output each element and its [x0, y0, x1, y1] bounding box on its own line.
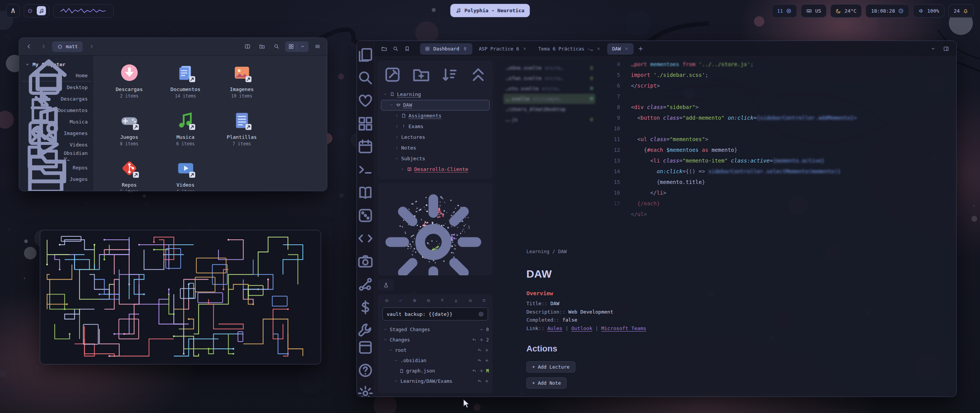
forward-button[interactable]	[38, 41, 49, 52]
folder-videos[interactable]: Videos4 items	[157, 157, 214, 191]
volume-pill[interactable]: 100%	[913, 4, 944, 18]
row-actions[interactable]: M	[472, 368, 489, 374]
view-caret-icon[interactable]	[300, 44, 305, 49]
newnote-icon[interactable]	[383, 65, 402, 84]
folder-plantillas[interactable]: Plantillas7 items	[214, 109, 270, 146]
search-button[interactable]	[271, 41, 282, 52]
minuscirc-icon[interactable]	[426, 299, 430, 302]
action-button-add-note[interactable]: + Add Note	[526, 377, 567, 389]
note-breadcrumb[interactable]: Learning / DAW	[526, 249, 939, 254]
launcher-button[interactable]: Λ	[6, 4, 20, 18]
tree-item-learning[interactable]: Learning	[381, 89, 490, 100]
menu-button[interactable]	[312, 41, 323, 52]
media-icon[interactable]	[37, 6, 46, 15]
row-actions[interactable]	[477, 358, 489, 363]
pluscirc-icon[interactable]	[413, 299, 416, 302]
sort-icon[interactable]	[440, 65, 459, 84]
close-icon[interactable]	[624, 47, 629, 51]
tab-list-button[interactable]	[928, 44, 938, 54]
camera-icon[interactable]	[357, 253, 374, 270]
breadcrumb[interactable]: matt	[52, 41, 83, 52]
tab-asp-practice-6[interactable]: ASP Practice 6	[474, 43, 532, 55]
clear-icon[interactable]	[478, 311, 484, 317]
tab-daw[interactable]: DAW	[607, 43, 634, 55]
view-switcher[interactable]	[285, 41, 309, 52]
audio-visualizer[interactable]	[53, 4, 114, 18]
close-icon[interactable]	[596, 47, 601, 51]
tree-item-subjects[interactable]: Subjects	[381, 153, 490, 164]
gear-icon[interactable]	[378, 187, 489, 275]
back-button[interactable]	[23, 41, 34, 52]
tree-item-lectures[interactable]: Lectures	[381, 132, 490, 143]
tab-dashboard[interactable]: Dashboard	[420, 43, 472, 55]
sidebar-item-juegos[interactable]: Juegos	[21, 173, 91, 185]
folder-documentos[interactable]: Documentos14 items	[157, 62, 214, 99]
close-icon[interactable]	[523, 47, 527, 51]
terminal-icon[interactable]	[357, 161, 374, 178]
folder-descargas[interactable]: Descargas2 items	[101, 62, 157, 99]
workspaces-pill[interactable]: 11	[772, 4, 797, 18]
link-outlook[interactable]: Outlook	[571, 325, 592, 331]
collapse-icon[interactable]	[469, 65, 488, 84]
toggle-right-sidebar-button[interactable]	[941, 44, 951, 54]
heart-icon[interactable]	[357, 92, 374, 109]
new-folder-button[interactable]	[256, 41, 268, 52]
calendar-icon[interactable]	[357, 138, 374, 155]
git-row-staged-changes[interactable]: Staged Changes0	[382, 324, 489, 335]
git-row-learning-daw-exams[interactable]: Learning/DAW/Exams	[382, 376, 489, 386]
wrench-icon[interactable]	[357, 322, 374, 339]
circledot-icon[interactable]	[385, 299, 389, 302]
folderplus-icon[interactable]	[412, 65, 431, 84]
gear-icon[interactable]	[357, 385, 374, 397]
action-button-add-lecture[interactable]: + Add Lecture	[526, 361, 575, 372]
dollar-icon[interactable]	[357, 299, 374, 316]
check-icon[interactable]	[399, 299, 402, 302]
upload-icon[interactable]	[440, 299, 444, 302]
refresh-icon[interactable]	[482, 299, 486, 302]
keyboard-layout-pill[interactable]: US	[801, 4, 826, 18]
folder-repos[interactable]: Repos6 items	[101, 157, 157, 191]
grid-view-icon[interactable]	[288, 44, 294, 49]
tree-item-assignments[interactable]: Assignments	[381, 111, 490, 121]
folder-juegos[interactable]: Juegos8 items	[101, 109, 157, 146]
list-icon[interactable]	[468, 299, 472, 302]
tree-item-daw[interactable]: DAW	[381, 100, 490, 111]
tree-item-desarrollo-cliente[interactable]: Desarrollo-Cliente	[381, 164, 490, 175]
down2-icon[interactable]	[454, 299, 458, 302]
row-actions[interactable]	[477, 348, 489, 353]
row-actions[interactable]: 0	[479, 327, 489, 332]
collapsed-panel[interactable]	[378, 279, 394, 291]
code-icon[interactable]	[357, 230, 374, 247]
power-icon[interactable]	[27, 8, 33, 14]
notifications-pill[interactable]: 24	[948, 4, 974, 18]
folder-tab-icon[interactable]	[381, 46, 387, 52]
folder-imagenes[interactable]: Imagenes10 items	[214, 62, 270, 99]
graph-icon[interactable]	[357, 276, 374, 293]
git-row-root[interactable]: root	[382, 345, 489, 355]
tree-item-notes[interactable]: Notes	[381, 143, 490, 153]
search-tab-icon[interactable]	[393, 46, 399, 52]
box-icon[interactable]	[357, 339, 374, 356]
link-microsoft-teams[interactable]: Microsoft Teams	[601, 325, 646, 331]
git-row-changes[interactable]: Changes2	[382, 335, 489, 345]
files-icon[interactable]	[357, 46, 374, 63]
split-view-button[interactable]	[242, 41, 253, 52]
git-row-graph-json[interactable]: graph.jsonM	[382, 366, 489, 376]
bookmark-tab-icon[interactable]	[404, 46, 410, 52]
weather-pill[interactable]: 24°C	[830, 4, 862, 18]
git-row-obsidian[interactable]: .obsidian	[382, 355, 489, 366]
tab-tema-6-pr-cticas[interactable]: Tema 6 Prácticas -…	[533, 43, 606, 55]
row-actions[interactable]	[477, 379, 489, 384]
now-playing-pill[interactable]: Polyphia - Neurotica	[450, 4, 530, 17]
commit-message-input[interactable]	[387, 311, 475, 317]
new-tab-button[interactable]	[636, 44, 646, 54]
search-icon[interactable]	[357, 69, 374, 86]
book-icon[interactable]	[357, 184, 374, 201]
clock-pill[interactable]: 18:08:28	[866, 4, 909, 18]
tree-item-exams[interactable]: Exams	[381, 121, 490, 132]
folder-musica[interactable]: Musica6 items	[157, 109, 214, 146]
dice-icon[interactable]	[357, 207, 374, 224]
help-icon[interactable]	[357, 362, 374, 379]
grid-icon[interactable]	[357, 115, 374, 132]
row-actions[interactable]: 2	[472, 337, 489, 343]
